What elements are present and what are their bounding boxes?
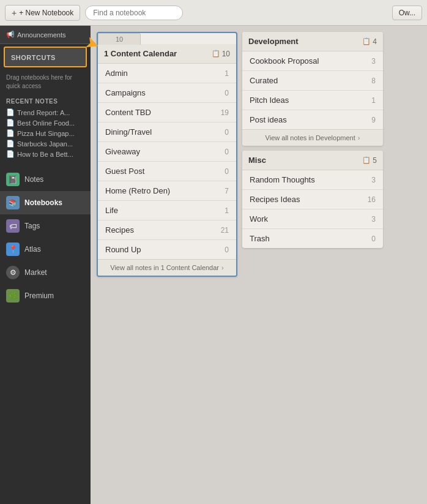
stack-icon-2: 📋 <box>362 37 371 45</box>
recent-note-item[interactable]: 📄 How to Be a Bett... <box>6 149 84 159</box>
sidebar-item-market[interactable]: ⚙ Market <box>0 261 91 284</box>
search-notebook-input[interactable] <box>85 6 183 20</box>
item-count: 1 <box>371 96 376 105</box>
note-doc-icon: 📄 <box>6 129 15 137</box>
list-item[interactable]: Cookbook Proposal 3 <box>242 51 383 71</box>
list-item[interactable]: Random Thoughts 3 <box>242 170 383 190</box>
notebook-card-content-calendar: 10 1 Content Calendar 📋 10 Admin 1 Campa… <box>97 32 237 277</box>
new-notebook-button[interactable]: + + New Notebook <box>5 5 80 21</box>
sidebar-item-tags[interactable]: 🏷 Tags <box>0 214 91 238</box>
recent-notes-label: RECENT NOTES <box>6 98 84 105</box>
view-all-label-2: View all notes in Development <box>265 134 355 141</box>
shortcuts-section: SHORTCUTS <box>4 47 87 67</box>
sidebar-header: 📢 Announcements <box>0 26 91 44</box>
item-name: Round Up <box>105 245 141 254</box>
sidebar: 📢 Announcements SHORTCUTS Drag notebooks… <box>0 26 91 504</box>
premium-label: Premium <box>24 291 54 300</box>
item-name: Recipes <box>105 225 134 235</box>
recent-note-item[interactable]: 📄 Best Online Food... <box>6 118 84 128</box>
plus-icon: + <box>12 8 17 18</box>
atlas-label: Atlas <box>24 245 41 254</box>
recent-note-item[interactable]: 📄 Starbucks Japan... <box>6 138 84 149</box>
list-item[interactable]: Admin 1 <box>98 64 236 83</box>
list-item[interactable]: Pitch Ideas 1 <box>242 91 383 110</box>
list-item[interactable]: Work 3 <box>242 209 383 229</box>
recent-note-item[interactable]: 📄 Pizza Hut Singap... <box>6 128 84 138</box>
list-item[interactable]: Giveaway 0 <box>98 142 236 162</box>
recent-note-text-1: Best Online Food... <box>17 119 75 127</box>
list-item[interactable]: Round Up 0 <box>98 240 236 259</box>
notebook-title-3: Misc <box>248 156 266 165</box>
list-item[interactable]: Recipes 21 <box>98 220 236 240</box>
view-all-link-1[interactable]: View all notes in 1 Content Calendar › <box>98 259 236 276</box>
notebooks-label: Notebooks <box>24 198 62 207</box>
item-count: 0 <box>225 246 229 254</box>
item-count: 21 <box>221 226 229 235</box>
list-item[interactable]: Curated 8 <box>242 71 383 91</box>
notebook-card-development: Development 📋 4 Cookbook Proposal 3 Cura… <box>242 32 383 146</box>
item-count: 0 <box>225 128 229 137</box>
item-count: 0 <box>371 235 376 243</box>
tags-label: Tags <box>24 222 40 230</box>
notebooks-icon: 📚 <box>6 196 20 209</box>
recent-note-text-3: Starbucks Japan... <box>17 140 73 148</box>
item-count: 8 <box>371 77 376 85</box>
list-item[interactable]: Content TBD 19 <box>98 103 236 122</box>
item-name: Giveaway <box>105 147 140 156</box>
announcements-item[interactable]: 📢 Announcements <box>6 31 84 39</box>
item-name: Trash <box>250 234 270 243</box>
market-label: Market <box>24 268 47 277</box>
notebook-count-label-2: 4 <box>373 37 377 46</box>
list-item[interactable]: Campaigns 0 <box>98 83 236 103</box>
sidebar-item-atlas[interactable]: 📍 Atlas <box>0 238 91 261</box>
drag-hint-text: Drag notebooks here for quick access <box>6 74 72 89</box>
top-bar: + + New Notebook Ow... <box>0 0 427 26</box>
sidebar-item-notes[interactable]: 📓 Notes <box>0 168 91 191</box>
list-item[interactable]: Guest Post 0 <box>98 162 236 181</box>
notebook-count-label-3: 5 <box>373 156 377 165</box>
item-count: 1 <box>225 69 229 78</box>
shortcuts-label: SHORTCUTS <box>11 54 56 61</box>
item-count: 3 <box>371 215 376 224</box>
own-button[interactable]: Ow... <box>392 6 422 20</box>
sidebar-item-notebooks[interactable]: 📚 Notebooks <box>0 191 91 214</box>
recent-note-text-4: How to Be a Bett... <box>17 151 73 158</box>
item-name: Campaigns <box>105 88 146 97</box>
item-count: 1 <box>225 206 229 215</box>
item-name: Guest Post <box>105 167 144 176</box>
item-count: 3 <box>371 57 376 66</box>
notebook-count-label-1: 10 <box>222 50 230 58</box>
recent-note-item[interactable]: 📄 Trend Report: A... <box>6 107 84 118</box>
note-doc-icon: 📄 <box>6 119 15 127</box>
item-name: Content TBD <box>105 108 151 117</box>
item-name: Life <box>105 206 118 215</box>
view-all-link-2[interactable]: View all notes in Development › <box>242 129 383 146</box>
item-count: 0 <box>225 89 229 97</box>
notes-label: Notes <box>24 175 43 184</box>
stack-tab-ghost[interactable]: 10 <box>98 33 141 45</box>
item-name: Cookbook Proposal <box>250 56 319 66</box>
item-name: Random Thoughts <box>250 175 315 184</box>
item-name: Curated <box>250 76 278 85</box>
item-count: 3 <box>371 176 376 184</box>
chevron-right-icon: › <box>358 134 360 141</box>
sidebar-item-premium[interactable]: 🌿 Premium <box>0 284 91 307</box>
item-count: 19 <box>221 108 229 117</box>
list-item[interactable]: Life 1 <box>98 201 236 220</box>
item-name: Dining/Travel <box>105 127 152 137</box>
sidebar-nav: 📓 Notes 📚 Notebooks 🏷 Tags 📍 Atlas ⚙ Mar… <box>0 168 91 504</box>
notebook-items-list-3: Random Thoughts 3 Recipes Ideas 16 Work … <box>242 170 383 248</box>
megaphone-icon: 📢 <box>6 31 15 39</box>
announcements-label: Announcements <box>17 31 66 39</box>
chevron-right-icon: › <box>221 264 224 271</box>
note-doc-icon: 📄 <box>6 140 15 148</box>
list-item[interactable]: Post ideas 9 <box>242 110 383 129</box>
list-item[interactable]: Recipes Ideas 16 <box>242 190 383 209</box>
new-notebook-label: + New Notebook <box>19 9 73 17</box>
list-item[interactable]: Dining/Travel 0 <box>98 122 236 142</box>
list-item[interactable]: Trash 0 <box>242 229 383 248</box>
item-name: Pitch Ideas <box>250 96 289 105</box>
tags-icon: 🏷 <box>6 219 20 233</box>
list-item[interactable]: Home (Retro Den) 7 <box>98 181 236 201</box>
main-layout: 📢 Announcements SHORTCUTS Drag notebooks… <box>0 26 427 504</box>
